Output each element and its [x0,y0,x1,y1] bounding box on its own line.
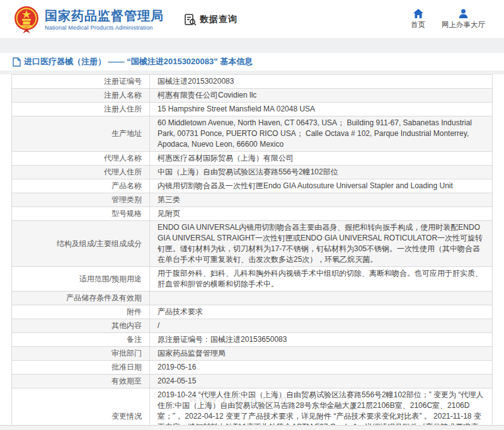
row-label: 注册证编号 [12,75,150,88]
row-value: 内镜用切割吻合器及一次性钉匣Endo GIA Autosuture Univer… [150,179,492,193]
table-row: 生产地址60 Middletown Avenue, North Haven, C… [12,116,492,152]
site-logo[interactable]: 国家药品监督管理局 National Medical Products Admi… [14,6,164,33]
site-title: 国家药品监督管理局 [45,8,164,23]
row-label: 注册人名称 [12,89,150,102]
table-row: 审批部门国家药品监督管理局 [12,347,492,361]
table-row: 变更情况2019-10-24 “代理人住所:中国（上海）自由贸易试验区法赛路55… [12,388,492,430]
national-emblem-icon [14,6,39,33]
row-value: 见附页 [150,207,492,220]
row-label: 产品储存条件及有效期 [12,291,150,305]
table-row: 附件产品技术要求 [12,305,492,319]
row-value: 第三类 [150,193,492,207]
table-row: 有效期至2024-05-15 [12,375,492,388]
info-table: 注册证编号国械注进20153020083注册人名称柯惠有限责任公司Covidie… [11,74,493,430]
nav-service-hall[interactable]: 网上办事大厅 [442,9,485,30]
nav-service-hall-label: 网上办事大厅 [442,20,485,30]
brand-text: 国家药品监督管理局 National Medical Products Admi… [45,8,164,31]
row-value: 用于腹部外科、妇科、儿科和胸外科内视镜手术中组织的切除、离断和吻合。也可应用于肝… [150,267,492,291]
row-value: 国家药品监督管理局 [150,347,492,360]
row-label: 注册人住所 [12,103,150,116]
row-value: 柯惠有限责任公司Covidien llc [150,89,492,102]
row-label: 结构及组成/主要组成成分 [12,221,150,266]
row-value: 国械注进20153020083 [150,75,492,88]
table-row: 产品储存条件及有效期 [12,291,492,305]
row-value: 中国（上海）自由贸易试验区法赛路556号2幢102部位 [150,166,492,179]
row-label: 代理人名称 [12,152,150,165]
row-label: 型号规格 [12,207,150,220]
row-value: / [150,319,492,332]
row-label: 附件 [12,305,150,319]
document-icon [13,57,21,67]
home-icon [413,9,423,18]
table-row: 批准日期2019-05-16 [12,361,492,375]
breadcrumb-bar: 进口医疗器械（注册） —— “国械注进20153020083” 基本信息 [0,53,504,71]
row-label: 产品名称 [12,179,150,193]
table-row: 代理人住所中国（上海）自由贸易试验区法赛路556号2幢102部位 [12,166,492,179]
row-label: 生产地址 [12,116,150,151]
row-value: 产品技术要求 [150,305,492,319]
content-area: 注册证编号国械注进20153020083注册人名称柯惠有限责任公司Covidie… [0,74,504,426]
header: 国家药品监督管理局 National Medical Products Admi… [0,0,504,39]
table-row: 产品名称内镜用切割吻合器及一次性钉匣Endo GIA Autosuture Un… [12,179,492,193]
row-label: 备注 [12,333,150,346]
row-value: ENDO GIA UNIVERSAL内镜用切割吻合器主要由器身、握把和转向扳手构… [150,221,492,266]
table-row: 适用范围/预期用途用于腹部外科、妇科、儿科和胸外科内视镜手术中组织的切除、离断和… [12,267,492,291]
footer-band [0,425,504,430]
page-title: 进口医疗器械（注册） —— “国械注进20153020083” 基本信息 [24,56,253,67]
table-row: 其他内容/ [12,319,492,333]
row-label: 管理类别 [12,193,150,207]
row-label: 批准日期 [12,361,150,374]
data-query-button[interactable]: 数据查询 [184,13,238,26]
nav-home[interactable]: 首页 [411,9,425,30]
nav-home-label: 首页 [411,20,425,30]
row-label: 其他内容 [12,319,150,332]
row-value: 15 Hampshire Street Mansfield MA 02048 U… [150,103,492,116]
site-subtitle: National Medical Products Administration [45,25,164,31]
table-row: 型号规格见附页 [12,207,492,221]
table-row: 管理类别第三类 [12,193,492,207]
row-value: 60 Middletown Avenue, North Haven, CT 06… [150,116,492,151]
header-nav: 首页 网上办事大厅 [411,9,490,30]
row-label: 适用范围/预期用途 [12,267,150,291]
data-query-label: 数据查询 [200,14,238,25]
table-row: 备注原注册证编号：国械注进20153650083 [12,333,492,347]
row-value: 2019-10-24 “代理人住所:中国（上海）自由贸易试验区法赛路556号2幢… [150,388,492,430]
row-label: 代理人住所 [12,166,150,179]
table-row: 注册证编号国械注进20153020083 [12,75,492,89]
row-value: 2019-05-16 [150,361,492,374]
user-icon [459,9,468,18]
row-label: 有效期至 [12,375,150,388]
data-query-icon [184,13,197,26]
table-row: 代理人名称柯惠医疗器材国际贸易（上海）有限公司 [12,152,492,166]
row-value [150,291,492,305]
row-label: 审批部门 [12,347,150,360]
row-value: 2024-05-15 [150,375,492,388]
table-row: 注册人名称柯惠有限责任公司Covidien llc [12,89,492,103]
row-value: 原注册证编号：国械注进20153650083 [150,333,492,346]
table-row: 结构及组成/主要组成成分ENDO GIA UNIVERSAL内镜用切割吻合器主要… [12,221,492,267]
row-label: 变更情况 [12,388,150,430]
table-row: 注册人住所15 Hampshire Street Mansfield MA 02… [12,103,492,116]
row-value: 柯惠医疗器材国际贸易（上海）有限公司 [150,152,492,165]
